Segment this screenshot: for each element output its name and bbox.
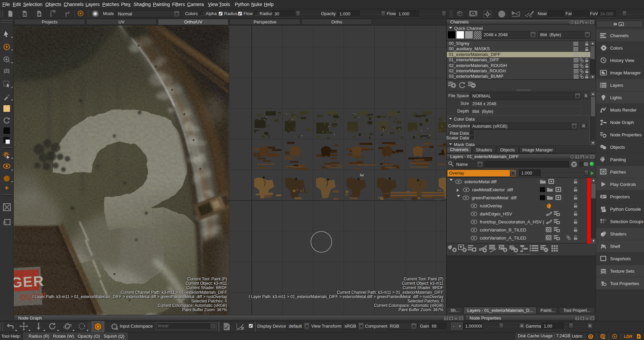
svg-text:LDR: LDR — [624, 334, 632, 339]
svg-text:88 88: 88 88 — [404, 198, 411, 201]
svg-text:88 88: 88 88 — [435, 198, 442, 201]
svg-text:3: 3 — [359, 174, 365, 177]
svg-text:!: ! — [604, 337, 604, 339]
